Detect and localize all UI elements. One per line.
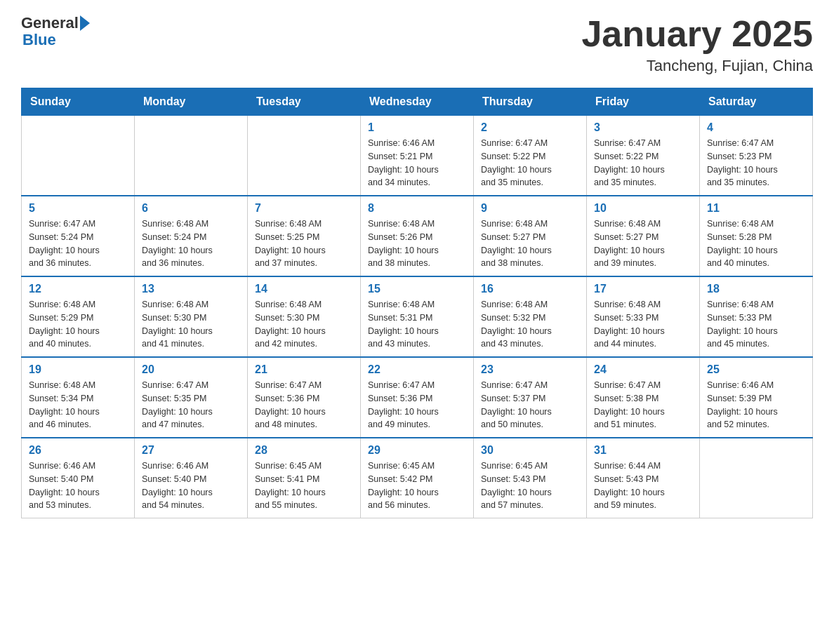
calendar-table: SundayMondayTuesdayWednesdayThursdayFrid…	[21, 88, 813, 518]
day-info: Sunrise: 6:47 AM Sunset: 5:22 PM Dayligh…	[594, 137, 692, 189]
day-number: 24	[594, 363, 692, 376]
day-info: Sunrise: 6:48 AM Sunset: 5:27 PM Dayligh…	[481, 217, 579, 270]
calendar-header-row: SundayMondayTuesdayWednesdayThursdayFrid…	[22, 88, 813, 116]
day-number: 4	[707, 121, 805, 134]
day-number: 2	[481, 121, 579, 134]
weekday-header-monday: Monday	[135, 88, 248, 116]
calendar-cell: 5Sunrise: 6:47 AM Sunset: 5:24 PM Daylig…	[22, 196, 135, 276]
calendar-cell: 24Sunrise: 6:47 AM Sunset: 5:38 PM Dayli…	[587, 357, 700, 438]
day-number: 5	[29, 202, 127, 215]
calendar-week-row: 26Sunrise: 6:46 AM Sunset: 5:40 PM Dayli…	[22, 438, 813, 518]
day-info: Sunrise: 6:46 AM Sunset: 5:39 PM Dayligh…	[707, 379, 805, 431]
day-number: 1	[368, 121, 466, 134]
day-info: Sunrise: 6:48 AM Sunset: 5:28 PM Dayligh…	[707, 217, 805, 270]
day-info: Sunrise: 6:47 AM Sunset: 5:24 PM Dayligh…	[29, 217, 127, 270]
day-number: 21	[255, 363, 353, 376]
calendar-cell: 8Sunrise: 6:48 AM Sunset: 5:26 PM Daylig…	[361, 196, 474, 276]
day-number: 16	[481, 283, 579, 295]
day-number: 15	[368, 283, 466, 295]
day-number: 13	[142, 283, 240, 295]
day-number: 7	[255, 202, 353, 215]
day-number: 17	[594, 283, 692, 295]
weekday-header-saturday: Saturday	[700, 88, 813, 116]
day-number: 8	[368, 202, 466, 215]
day-info: Sunrise: 6:45 AM Sunset: 5:43 PM Dayligh…	[481, 459, 579, 512]
day-number: 25	[707, 363, 805, 376]
calendar-week-row: 19Sunrise: 6:48 AM Sunset: 5:34 PM Dayli…	[22, 357, 813, 438]
day-info: Sunrise: 6:46 AM Sunset: 5:21 PM Dayligh…	[368, 137, 466, 189]
page-header: General Blue January 2025 Tancheng, Fuji…	[21, 14, 813, 75]
day-info: Sunrise: 6:48 AM Sunset: 5:30 PM Dayligh…	[255, 298, 353, 351]
calendar-subtitle: Tancheng, Fujian, China	[581, 57, 813, 75]
day-number: 19	[29, 363, 127, 376]
day-info: Sunrise: 6:48 AM Sunset: 5:25 PM Dayligh…	[255, 217, 353, 270]
day-info: Sunrise: 6:48 AM Sunset: 5:33 PM Dayligh…	[594, 298, 692, 351]
day-number: 3	[594, 121, 692, 134]
calendar-cell: 29Sunrise: 6:45 AM Sunset: 5:42 PM Dayli…	[361, 438, 474, 518]
day-number: 28	[255, 444, 353, 457]
day-number: 22	[368, 363, 466, 376]
day-info: Sunrise: 6:44 AM Sunset: 5:43 PM Dayligh…	[594, 459, 692, 512]
day-info: Sunrise: 6:47 AM Sunset: 5:36 PM Dayligh…	[255, 379, 353, 431]
calendar-cell: 16Sunrise: 6:48 AM Sunset: 5:32 PM Dayli…	[474, 276, 587, 357]
calendar-cell: 3Sunrise: 6:47 AM Sunset: 5:22 PM Daylig…	[587, 116, 700, 196]
day-number: 31	[594, 444, 692, 457]
calendar-cell: 21Sunrise: 6:47 AM Sunset: 5:36 PM Dayli…	[248, 357, 361, 438]
calendar-cell: 23Sunrise: 6:47 AM Sunset: 5:37 PM Dayli…	[474, 357, 587, 438]
day-number: 14	[255, 283, 353, 295]
day-info: Sunrise: 6:47 AM Sunset: 5:22 PM Dayligh…	[481, 137, 579, 189]
day-info: Sunrise: 6:45 AM Sunset: 5:41 PM Dayligh…	[255, 459, 353, 512]
calendar-cell: 15Sunrise: 6:48 AM Sunset: 5:31 PM Dayli…	[361, 276, 474, 357]
day-info: Sunrise: 6:48 AM Sunset: 5:32 PM Dayligh…	[481, 298, 579, 351]
day-number: 12	[29, 283, 127, 295]
day-number: 30	[481, 444, 579, 457]
title-section: January 2025 Tancheng, Fujian, China	[581, 14, 813, 75]
day-info: Sunrise: 6:46 AM Sunset: 5:40 PM Dayligh…	[29, 459, 127, 512]
calendar-cell	[135, 116, 248, 196]
day-info: Sunrise: 6:47 AM Sunset: 5:23 PM Dayligh…	[707, 137, 805, 189]
logo-general: General	[21, 14, 79, 32]
calendar-week-row: 12Sunrise: 6:48 AM Sunset: 5:29 PM Dayli…	[22, 276, 813, 357]
day-info: Sunrise: 6:48 AM Sunset: 5:26 PM Dayligh…	[368, 217, 466, 270]
calendar-cell: 20Sunrise: 6:47 AM Sunset: 5:35 PM Dayli…	[135, 357, 248, 438]
weekday-header-friday: Friday	[587, 88, 700, 116]
calendar-cell: 2Sunrise: 6:47 AM Sunset: 5:22 PM Daylig…	[474, 116, 587, 196]
calendar-cell: 19Sunrise: 6:48 AM Sunset: 5:34 PM Dayli…	[22, 357, 135, 438]
day-info: Sunrise: 6:47 AM Sunset: 5:36 PM Dayligh…	[368, 379, 466, 431]
calendar-cell: 22Sunrise: 6:47 AM Sunset: 5:36 PM Dayli…	[361, 357, 474, 438]
weekday-header-sunday: Sunday	[22, 88, 135, 116]
day-number: 9	[481, 202, 579, 215]
calendar-cell: 26Sunrise: 6:46 AM Sunset: 5:40 PM Dayli…	[22, 438, 135, 518]
calendar-cell	[700, 438, 813, 518]
day-info: Sunrise: 6:48 AM Sunset: 5:24 PM Dayligh…	[142, 217, 240, 270]
calendar-cell: 7Sunrise: 6:48 AM Sunset: 5:25 PM Daylig…	[248, 196, 361, 276]
calendar-cell: 17Sunrise: 6:48 AM Sunset: 5:33 PM Dayli…	[587, 276, 700, 357]
day-number: 27	[142, 444, 240, 457]
calendar-cell: 28Sunrise: 6:45 AM Sunset: 5:41 PM Dayli…	[248, 438, 361, 518]
calendar-cell	[248, 116, 361, 196]
day-info: Sunrise: 6:48 AM Sunset: 5:34 PM Dayligh…	[29, 379, 127, 431]
calendar-cell: 10Sunrise: 6:48 AM Sunset: 5:27 PM Dayli…	[587, 196, 700, 276]
weekday-header-wednesday: Wednesday	[361, 88, 474, 116]
day-number: 18	[707, 283, 805, 295]
day-number: 26	[29, 444, 127, 457]
calendar-cell: 27Sunrise: 6:46 AM Sunset: 5:40 PM Dayli…	[135, 438, 248, 518]
calendar-cell: 25Sunrise: 6:46 AM Sunset: 5:39 PM Dayli…	[700, 357, 813, 438]
calendar-cell: 13Sunrise: 6:48 AM Sunset: 5:30 PM Dayli…	[135, 276, 248, 357]
day-info: Sunrise: 6:45 AM Sunset: 5:42 PM Dayligh…	[368, 459, 466, 512]
day-info: Sunrise: 6:48 AM Sunset: 5:27 PM Dayligh…	[594, 217, 692, 270]
calendar-cell: 18Sunrise: 6:48 AM Sunset: 5:33 PM Dayli…	[700, 276, 813, 357]
calendar-week-row: 5Sunrise: 6:47 AM Sunset: 5:24 PM Daylig…	[22, 196, 813, 276]
day-number: 23	[481, 363, 579, 376]
logo-blue: Blue	[22, 31, 56, 48]
day-number: 11	[707, 202, 805, 215]
day-info: Sunrise: 6:46 AM Sunset: 5:40 PM Dayligh…	[142, 459, 240, 512]
calendar-cell: 12Sunrise: 6:48 AM Sunset: 5:29 PM Dayli…	[22, 276, 135, 357]
day-number: 20	[142, 363, 240, 376]
calendar-week-row: 1Sunrise: 6:46 AM Sunset: 5:21 PM Daylig…	[22, 116, 813, 196]
logo-arrow-icon	[80, 15, 90, 31]
day-info: Sunrise: 6:48 AM Sunset: 5:29 PM Dayligh…	[29, 298, 127, 351]
calendar-cell: 1Sunrise: 6:46 AM Sunset: 5:21 PM Daylig…	[361, 116, 474, 196]
weekday-header-tuesday: Tuesday	[248, 88, 361, 116]
day-number: 10	[594, 202, 692, 215]
